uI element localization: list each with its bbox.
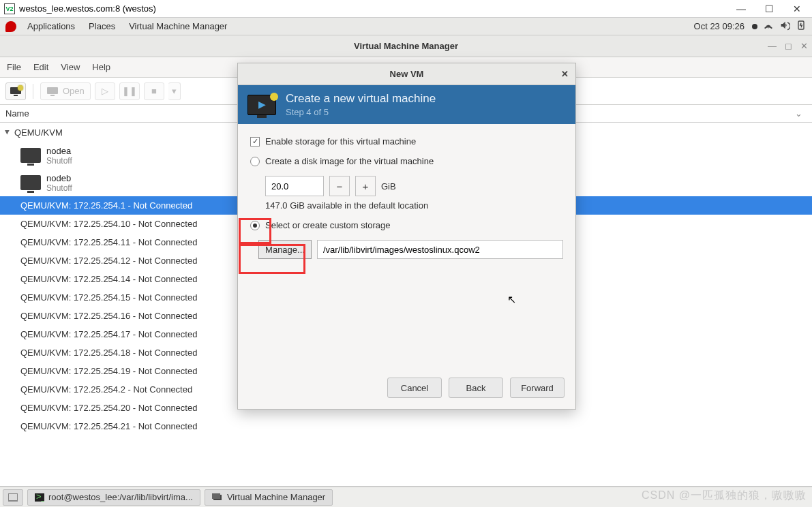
menu-edit[interactable]: Edit bbox=[33, 62, 48, 72]
watermark-text: CSDN @一匹孤独的狼，嗷嗷嗷 bbox=[642, 489, 807, 503]
vm-monitor-icon bbox=[20, 175, 41, 190]
vm-name: nodeb bbox=[46, 173, 72, 183]
shutdown-menu-button: ▾ bbox=[168, 82, 181, 100]
storage-path-input[interactable] bbox=[317, 240, 563, 259]
dialog-heading: Create a new virtual machine bbox=[286, 92, 436, 106]
svg-rect-1 bbox=[10, 87, 21, 94]
dialog-body: ✓ Enable storage for this virtual machin… bbox=[238, 124, 575, 271]
vmm-app-menu[interactable]: Virtual Machine Manager bbox=[122, 21, 234, 31]
system-tray: Oct 23 09:26 bbox=[694, 20, 807, 33]
dialog-close-icon[interactable]: ✕ bbox=[561, 69, 569, 79]
volume-icon[interactable] bbox=[779, 20, 790, 33]
taskbar-terminal[interactable]: >_ root@westos_lee:/var/lib/libvirt/ima.… bbox=[27, 489, 200, 506]
menu-help[interactable]: Help bbox=[92, 62, 110, 72]
disk-size-input[interactable] bbox=[265, 176, 324, 196]
size-unit-label: GiB bbox=[381, 181, 396, 191]
svg-rect-10 bbox=[212, 493, 220, 499]
maximize-icon[interactable]: ☐ bbox=[765, 3, 774, 14]
vm-status: Shutoff bbox=[46, 156, 72, 166]
sort-indicator-icon: ⌄ bbox=[795, 108, 802, 119]
taskbar-vmm-label: Virtual Machine Manager bbox=[227, 492, 325, 502]
create-disk-radio[interactable] bbox=[250, 157, 260, 166]
network-icon[interactable] bbox=[763, 20, 774, 33]
mouse-cursor-icon: ↖ bbox=[507, 293, 516, 306]
connection-row[interactable]: QEMU/KVM: 172.25.254.21 - Not Connected bbox=[0, 417, 812, 435]
vmm-close-icon[interactable]: ✕ bbox=[800, 41, 808, 51]
manage-storage-button[interactable]: Manage... bbox=[258, 240, 312, 259]
vmm-window-title: Virtual Machine Manager bbox=[354, 41, 458, 51]
applications-menu[interactable]: Applications bbox=[20, 21, 82, 31]
hypervisor-label: QEMU/KVM bbox=[14, 127, 63, 138]
back-button[interactable]: Back bbox=[449, 378, 503, 398]
manage-label: Manage... bbox=[265, 245, 305, 255]
svg-rect-2 bbox=[14, 95, 18, 96]
taskbar-terminal-label: root@westos_lee:/var/lib/libvirt/ima... bbox=[48, 492, 193, 502]
size-decrease-button[interactable]: − bbox=[329, 176, 350, 196]
open-vm-button: Open bbox=[40, 82, 91, 100]
dialog-title: New VM bbox=[390, 69, 424, 79]
vmm-maximize-icon[interactable]: ◻ bbox=[785, 41, 792, 51]
clock[interactable]: Oct 23 09:26 bbox=[694, 21, 745, 31]
menu-file[interactable]: File bbox=[7, 62, 21, 72]
pause-vm-button: ❚❚ bbox=[119, 82, 140, 100]
forward-button[interactable]: Forward bbox=[510, 378, 565, 398]
dialog-titlebar[interactable]: New VM ✕ bbox=[238, 63, 575, 85]
places-menu[interactable]: Places bbox=[82, 21, 122, 31]
dialog-step: Step 4 of 5 bbox=[286, 107, 436, 117]
dialog-footer: Cancel Back Forward bbox=[238, 367, 575, 409]
redhat-icon bbox=[5, 21, 16, 32]
open-label: Open bbox=[63, 86, 85, 96]
vm-name: nodea bbox=[46, 146, 72, 156]
expand-arrow-icon[interactable]: ▸ bbox=[3, 130, 13, 135]
shutdown-vm-button: ■ bbox=[144, 82, 164, 100]
vnc-title: westos_lee.westos.com:8 (westos) bbox=[19, 3, 156, 14]
vm-wizard-icon bbox=[247, 95, 276, 115]
close-icon[interactable]: ✕ bbox=[793, 3, 801, 14]
toolbar-separator bbox=[33, 84, 33, 99]
enable-storage-checkbox[interactable]: ✓ bbox=[250, 137, 260, 147]
enable-storage-label: Enable storage for this virtual machine bbox=[265, 136, 416, 147]
notification-dot-icon bbox=[752, 24, 757, 29]
column-name: Name bbox=[5, 108, 29, 119]
custom-storage-label: Select or create custom storage bbox=[265, 220, 391, 230]
vmm-window-titlebar: Virtual Machine Manager — ◻ ✕ bbox=[0, 35, 812, 57]
new-vm-button[interactable] bbox=[5, 82, 26, 100]
cancel-button[interactable]: Cancel bbox=[387, 378, 442, 398]
dialog-header: Create a new virtual machine Step 4 of 5 bbox=[238, 85, 575, 124]
new-vm-dialog: New VM ✕ Create a new virtual machine St… bbox=[237, 63, 576, 410]
svg-rect-6 bbox=[9, 494, 17, 500]
svg-rect-4 bbox=[50, 95, 55, 96]
vnc-window-controls: — ☐ ✕ bbox=[736, 3, 808, 14]
minimize-icon[interactable]: — bbox=[736, 3, 746, 14]
create-disk-label: Create a disk image for the virtual mach… bbox=[265, 156, 434, 166]
vmm-minimize-icon[interactable]: — bbox=[768, 41, 777, 51]
vm-monitor-icon bbox=[20, 148, 41, 163]
svg-text:>_: >_ bbox=[36, 493, 44, 502]
size-increase-button[interactable]: + bbox=[355, 176, 376, 196]
taskbar-vmm[interactable]: Virtual Machine Manager bbox=[205, 489, 333, 506]
custom-storage-radio[interactable] bbox=[250, 221, 260, 230]
menu-view[interactable]: View bbox=[61, 62, 80, 72]
show-desktop-button[interactable] bbox=[3, 489, 23, 506]
battery-icon[interactable] bbox=[796, 20, 807, 33]
vnc-titlebar: V2 westos_lee.westos.com:8 (westos) — ☐ … bbox=[0, 0, 812, 18]
vnc-icon: V2 bbox=[4, 3, 15, 14]
gnome-top-bar: Applications Places Virtual Machine Mana… bbox=[0, 18, 812, 35]
svg-rect-3 bbox=[47, 87, 58, 94]
available-space-label: 147.0 GiB available in the default locat… bbox=[265, 200, 563, 211]
run-vm-button: ▷ bbox=[95, 82, 115, 100]
vm-status: Shutoff bbox=[46, 183, 72, 193]
